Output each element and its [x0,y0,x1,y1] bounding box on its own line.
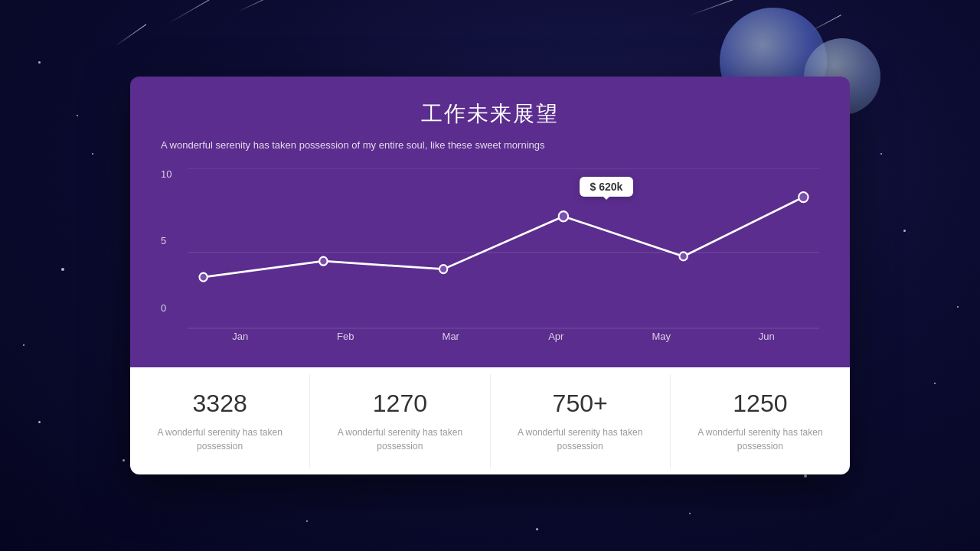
stat-number-3: 1250 [733,390,787,418]
stat-number-1: 1270 [373,390,427,418]
card-title: 工作未来展望 [161,99,819,129]
y-label-5: 5 [161,235,172,246]
svg-point-8 [799,192,808,202]
stat-item-1: 1270 A wonderful serenity has taken poss… [310,374,490,468]
stat-number-0: 3328 [193,390,247,418]
line-chart [188,168,819,337]
stat-desc-3: A wonderful serenity has taken possessio… [678,425,842,453]
stats-section: 3328 A wonderful serenity has taken poss… [130,367,850,474]
stat-item-0: 3328 A wonderful serenity has taken poss… [130,374,310,468]
tooltip-value: $ 620k [590,181,623,193]
svg-point-6 [559,211,568,221]
svg-point-3 [199,272,207,281]
y-label-0: 0 [161,302,172,314]
stat-item-2: 750+ A wonderful serenity has taken poss… [491,374,671,468]
chart-svg-container: $ 620k [188,168,819,337]
chart-area: 10 5 0 $ 620k [161,168,819,337]
stat-number-2: 750+ [553,390,608,418]
stat-desc-1: A wonderful serenity has taken possessio… [318,425,482,453]
main-card: 工作未来展望 A wonderful serenity has taken po… [130,77,850,474]
stat-desc-0: A wonderful serenity has taken possessio… [138,425,302,453]
svg-point-7 [679,252,687,260]
chart-y-axis: 10 5 0 [161,168,172,314]
card-header: 工作未来展望 A wonderful serenity has taken po… [130,77,850,367]
svg-point-4 [319,256,327,265]
stat-item-3: 1250 A wonderful serenity has taken poss… [671,374,850,468]
card-subtitle: A wonderful serenity has taken possessio… [161,138,819,153]
chart-tooltip: $ 620k [580,177,634,197]
stat-desc-2: A wonderful serenity has taken possessio… [498,425,662,453]
svg-point-5 [439,265,447,273]
y-label-10: 10 [161,168,172,180]
